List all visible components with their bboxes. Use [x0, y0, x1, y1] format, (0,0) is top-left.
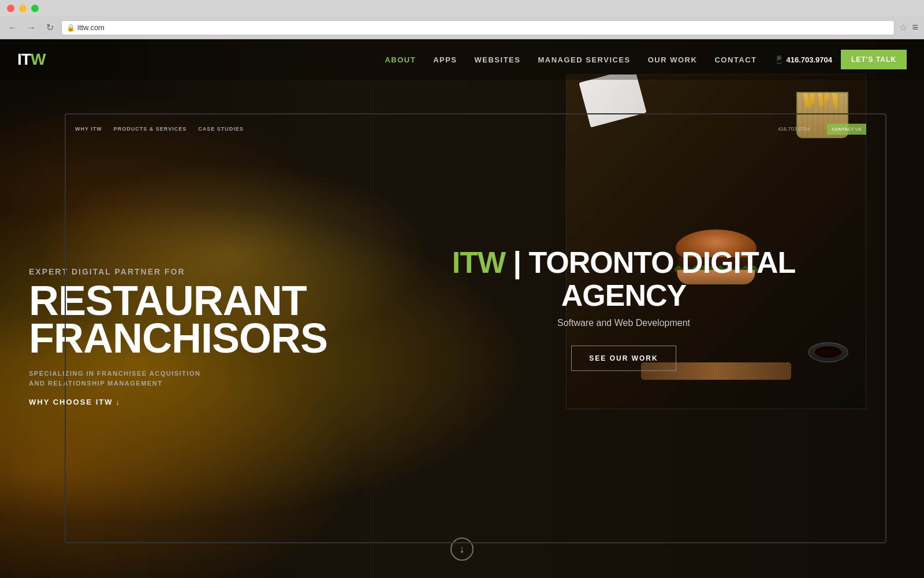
why-choose-text: WHY CHOOSE ITW [29, 398, 113, 406]
nav-websites[interactable]: WEBSITES [475, 55, 521, 64]
fry [809, 92, 816, 105]
hero-tagline-green: ITW [452, 246, 505, 279]
inner-screen-nav: WHY ITW PRODUCTS & SERVICES CASE STUDIES… [75, 120, 866, 138]
nav-apps[interactable]: APPS [433, 55, 457, 64]
hero-specializing: SPECIALIZING IN FRANCHISEE ACQUISITION A… [29, 368, 327, 388]
fry [830, 92, 839, 108]
close-button[interactable] [7, 5, 14, 12]
hero-content-left: EXPERT DIGITAL PARTNER FOR RESTAURANT FR… [29, 267, 327, 406]
hero-content-center: ITW | TORONTO DIGITAL AGENCY Software an… [393, 246, 855, 371]
nav-links: ABOUT APPS WEBSITES MANAGED SERVICES OUR… [385, 54, 757, 65]
logo-w: W [31, 50, 45, 68]
browser-titlebar [0, 0, 924, 16]
logo-it: IT [17, 50, 31, 68]
maximize-button[interactable] [31, 5, 39, 12]
phone-icon: 📱 [774, 55, 784, 64]
inner-nav-cases: CASE STUDIES [198, 126, 244, 132]
url-text: ittw.com [77, 23, 105, 32]
scroll-down-button[interactable]: ↓ [450, 538, 474, 561]
arrow-down-icon: ↓ [116, 398, 121, 406]
inner-nav-why: WHY ITW [75, 126, 102, 132]
inner-nav-phone: 416.703.9704 [778, 126, 810, 132]
hero-tagline-pipe: | TORONTO DIGITAL AGENCY [505, 246, 795, 312]
browser-toolbar: ← → ↻ 🔒 ittw.com ☆ ≡ [0, 16, 924, 39]
browser-window: ← → ↻ 🔒 ittw.com ☆ ≡ [0, 0, 924, 578]
refresh-button[interactable]: ↻ [43, 21, 57, 35]
hero-sub: Software and Web Development [393, 318, 855, 328]
inner-nav-cta: CONTACT US [827, 124, 866, 135]
why-choose-link[interactable]: WHY CHOOSE ITW ↓ [29, 398, 327, 406]
site-navigation: ITW ABOUT APPS WEBSITES MANAGED SERVICES [0, 39, 924, 80]
inner-nav-products: PRODUCTS & SERVICES [114, 126, 187, 132]
nav-phone: 📱 416.703.9704 [774, 55, 833, 64]
fry [801, 92, 810, 108]
fry [817, 92, 824, 106]
lets-talk-button[interactable]: LET'S TALK [841, 50, 907, 69]
phone-number: 416.703.9704 [787, 55, 833, 64]
see-our-work-button[interactable]: SEE OUR WORK [571, 346, 676, 371]
minimize-button[interactable] [19, 5, 27, 12]
nav-managed-services[interactable]: MANAGED SERVICES [538, 55, 630, 64]
specializing-line2: AND RELATIONSHIP MANAGEMENT [29, 379, 327, 389]
specializing-line1: SPECIALIZING IN FRANCHISEE ACQUISITION [29, 368, 327, 379]
back-button[interactable]: ← [6, 21, 20, 35]
address-bar[interactable]: 🔒 ittw.com [61, 20, 895, 35]
hero-tagline: ITW | TORONTO DIGITAL AGENCY [393, 246, 855, 312]
site-wrapper: ITW ABOUT APPS WEBSITES MANAGED SERVICES [0, 39, 924, 578]
bookmark-icon[interactable]: ☆ [899, 22, 907, 33]
nav-contact[interactable]: CONTACT [714, 55, 757, 64]
forward-button[interactable]: → [24, 21, 38, 35]
hero-subtitle: EXPERT DIGITAL PARTNER FOR [29, 267, 327, 276]
lock-icon: 🔒 [66, 24, 75, 32]
menu-icon[interactable]: ≡ [912, 21, 918, 34]
napkin-visual [579, 74, 646, 128]
fry [824, 92, 832, 103]
nav-our-work[interactable]: OUR WORK [648, 55, 698, 64]
page-content: ITW ABOUT APPS WEBSITES MANAGED SERVICES [0, 39, 924, 578]
hero-title-restaurant: RESTAURANT [29, 282, 327, 320]
nav-about[interactable]: ABOUT [385, 55, 416, 64]
site-logo: ITW [17, 50, 45, 69]
hero-title-franchisors: FRANCHISORS [29, 320, 327, 357]
scroll-down-icon: ↓ [460, 543, 465, 555]
